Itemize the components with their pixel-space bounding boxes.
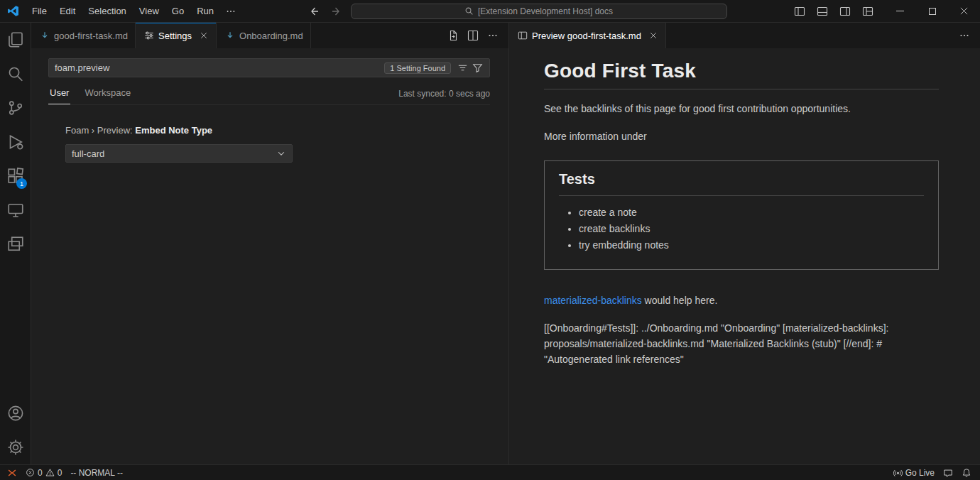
materialized-backlinks-link[interactable]: materialized-backlinks — [544, 295, 642, 306]
go-live-label: Go Live — [905, 468, 935, 478]
split-editor-icon[interactable] — [464, 27, 481, 44]
menu-selection[interactable]: Selection — [82, 3, 132, 19]
preview-intro: See the backlinks of this page for good … — [544, 101, 939, 116]
status-bar: 0 0 -- NORMAL -- Go Live — [0, 464, 980, 480]
settings-result-count-badge: 1 Setting Found — [384, 62, 451, 74]
remote-indicator[interactable] — [0, 465, 21, 480]
warning-count: 0 — [58, 468, 62, 478]
menu-file[interactable]: File — [26, 3, 53, 19]
tab-label: Onboarding.md — [239, 31, 303, 41]
dropdown-value: full-card — [72, 148, 104, 159]
forward-arrow-icon[interactable] — [328, 4, 345, 18]
menu-go[interactable]: Go — [165, 3, 190, 19]
setting-label: Foam › Preview: Embed Note Type — [65, 125, 490, 136]
filter-icon[interactable] — [470, 60, 485, 75]
scope-tab-workspace[interactable]: Workspace — [83, 87, 132, 104]
go-live-button[interactable]: Go Live — [889, 465, 939, 480]
feedback-icon[interactable] — [939, 465, 957, 480]
tab-label: Settings — [158, 31, 192, 41]
menu-view[interactable]: View — [133, 3, 165, 19]
embedded-note-card: Tests create a note create backlinks try… — [544, 160, 939, 270]
menu-overflow-icon[interactable] — [220, 4, 241, 19]
tab-label: good-first-task.md — [54, 31, 128, 41]
search-sidebar-icon[interactable] — [0, 57, 31, 91]
tab-bar-left: good-first-task.md Settings Onboarding. — [31, 23, 508, 48]
run-debug-icon[interactable] — [0, 125, 31, 159]
settings-scope-tabs: User Workspace Last synced: 0 secs ago — [48, 87, 490, 105]
settings-sliders-icon — [144, 31, 154, 40]
note-card-list: create a note create backlinks try embed… — [559, 204, 924, 253]
setting-item: Foam › Preview: Embed Note Type full-car… — [65, 125, 490, 163]
settings-editor: 1 Setting Found User Workspace Last sync… — [31, 48, 508, 163]
source-control-icon[interactable] — [0, 91, 31, 125]
extensions-icon[interactable]: 1 — [0, 159, 31, 193]
more-actions-icon[interactable] — [484, 27, 501, 44]
customize-layout-icon[interactable] — [859, 3, 877, 20]
error-count: 0 — [38, 468, 43, 478]
command-center-label: [Extension Development Host] docs — [478, 6, 613, 16]
more-actions-icon[interactable] — [956, 27, 973, 44]
problems-indicator[interactable]: 0 0 — [21, 465, 66, 480]
embed-note-type-dropdown[interactable]: full-card — [65, 144, 293, 163]
minimize-button[interactable] — [884, 0, 916, 22]
menu-bar: File Edit Selection View Go Run — [26, 3, 241, 19]
close-tab-icon[interactable] — [199, 31, 209, 40]
command-center-search[interactable]: [Extension Development Host] docs — [351, 4, 727, 19]
markdown-file-icon — [40, 31, 50, 40]
back-arrow-icon[interactable] — [305, 4, 322, 18]
broadcast-icon — [893, 468, 903, 477]
toggle-panel-icon[interactable] — [813, 3, 832, 20]
link-tail-text: would help here. — [642, 295, 718, 306]
tab-onboarding[interactable]: Onboarding.md — [217, 23, 311, 48]
tab-good-first-task[interactable]: good-first-task.md — [31, 23, 136, 48]
maximize-button[interactable] — [916, 0, 948, 22]
settings-search-box[interactable]: 1 Setting Found — [48, 58, 490, 77]
markdown-preview: Good First Task See the backlinks of thi… — [509, 48, 980, 379]
setting-category: Foam › Preview: — [65, 125, 135, 136]
search-icon — [464, 6, 474, 16]
menu-edit[interactable]: Edit — [53, 3, 82, 19]
vscode-logo-icon — [0, 5, 26, 17]
list-item: create a note — [579, 204, 924, 221]
clear-search-icon[interactable] — [455, 60, 470, 75]
setting-name: Embed Note Type — [135, 125, 212, 136]
toggle-primary-sidebar-icon[interactable] — [790, 3, 809, 20]
last-synced-label[interactable]: Last synced: 0 secs ago — [398, 89, 490, 104]
chevron-down-icon — [276, 148, 286, 158]
editor-group-right: Preview good-first-task.md Good First Ta… — [509, 23, 980, 464]
settings-search-input[interactable] — [49, 59, 384, 77]
settings-gear-icon[interactable] — [0, 430, 31, 464]
list-item: create backlinks — [579, 221, 924, 237]
editor-group-left: good-first-task.md Settings Onboarding. — [31, 23, 509, 464]
title-bar: File Edit Selection View Go Run [Extensi… — [0, 0, 980, 23]
list-item: try embedding notes — [579, 237, 924, 253]
open-preview-icon — [518, 31, 528, 40]
activity-bar: 1 — [0, 23, 31, 464]
explorer-icon[interactable] — [0, 23, 31, 57]
toggle-secondary-sidebar-icon[interactable] — [836, 3, 854, 20]
preview-link-line: materialized-backlinks would help here. — [544, 293, 939, 308]
remote-explorer-icon[interactable] — [0, 193, 31, 227]
tab-label: Preview good-first-task.md — [532, 31, 641, 41]
note-card-title: Tests — [559, 171, 924, 196]
open-settings-json-icon[interactable] — [445, 27, 462, 44]
menu-run[interactable]: Run — [190, 3, 220, 19]
extensions-badge: 1 — [16, 178, 27, 189]
windows-stack-icon[interactable] — [0, 227, 31, 261]
close-window-button[interactable] — [948, 0, 980, 22]
accounts-icon[interactable] — [0, 396, 31, 430]
notifications-bell-icon[interactable] — [957, 465, 976, 480]
preview-references: [[Onboarding#Tests]]: ../Onboarding.md "… — [544, 320, 939, 367]
tab-bar-right: Preview good-first-task.md — [509, 23, 980, 48]
markdown-file-icon — [225, 31, 235, 40]
tab-preview-good-first-task[interactable]: Preview good-first-task.md — [509, 23, 666, 48]
error-icon — [26, 468, 35, 477]
warning-icon — [45, 468, 55, 477]
preview-more-info: More information under — [544, 129, 939, 144]
preview-heading: Good First Task — [544, 60, 939, 89]
vim-mode-indicator[interactable]: -- NORMAL -- — [66, 465, 127, 480]
close-tab-icon[interactable] — [648, 31, 658, 40]
tab-settings[interactable]: Settings — [136, 23, 217, 48]
scope-tab-user[interactable]: User — [48, 87, 70, 104]
